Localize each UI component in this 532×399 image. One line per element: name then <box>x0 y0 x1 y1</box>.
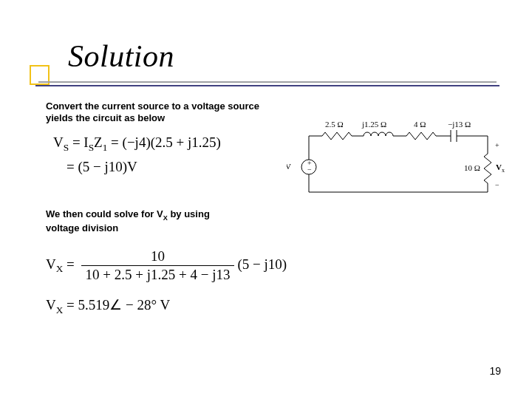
eq-vx2-val: = 5.519∠ − 28° V <box>63 297 170 313</box>
source-minus-icon: − <box>307 166 312 174</box>
eq-vs-lhs: V <box>53 134 64 150</box>
label-vx: Vx <box>496 163 505 174</box>
eq-vx-eq: = <box>63 256 78 271</box>
eq-vx-tail: (5 − j10) <box>237 256 287 271</box>
equation-vx: VX = 1010 + 2.5 + j1.25 + 4 − j13(5 − j1… <box>46 248 489 284</box>
label-z5: 10 Ω <box>464 163 480 172</box>
statement-text: We then could solve for VX by using volt… <box>46 208 238 234</box>
title-rule-bottom <box>35 85 499 86</box>
label-z3: 4 Ω <box>414 120 426 129</box>
eq-vx-lhs: V <box>46 256 56 271</box>
eq-vs-rhs-a-sub: S <box>89 141 94 152</box>
vx-minus-icon: − <box>495 181 499 189</box>
equation-vx-result: VX = 5.519∠ − 28° V <box>46 296 489 316</box>
fraction-denominator: 10 + 2.5 + j1.25 + 4 − j13 <box>81 265 235 284</box>
label-z1: 2.5 Ω <box>325 120 344 129</box>
eq-vx-lhs-sub: X <box>56 263 64 274</box>
title-rule-top <box>38 81 497 83</box>
intro-text: Convert the current source to a voltage … <box>46 100 282 125</box>
fraction: 1010 + 2.5 + j1.25 + 4 − j13 <box>81 248 235 284</box>
vx-plus-icon: + <box>495 141 499 149</box>
eq-vs-rhs-b: Z <box>94 134 103 150</box>
circuit-diagram: + − + − 2.5 Ω j1.25 Ω 4 Ω −j13 Ω 10 Ω VS… <box>287 115 513 202</box>
slide-title: Solution <box>68 38 174 74</box>
fraction-numerator: 10 <box>81 248 235 265</box>
label-z4: −j13 Ω <box>448 120 471 129</box>
label-z2: j1.25 Ω <box>361 120 386 129</box>
stmt-a: We then could solve for V <box>46 208 163 219</box>
label-vs: VS = 5 − j10 V <box>287 162 291 173</box>
eq-vx2-lhs-sub: X <box>56 304 64 316</box>
eq-vs-rhs-c: = (−j4)(2.5 + j1.25) <box>107 134 221 150</box>
eq-vs-rhs-a: = I <box>69 134 89 150</box>
page-number: 19 <box>489 365 501 377</box>
eq-vx2-lhs: V <box>46 297 56 313</box>
